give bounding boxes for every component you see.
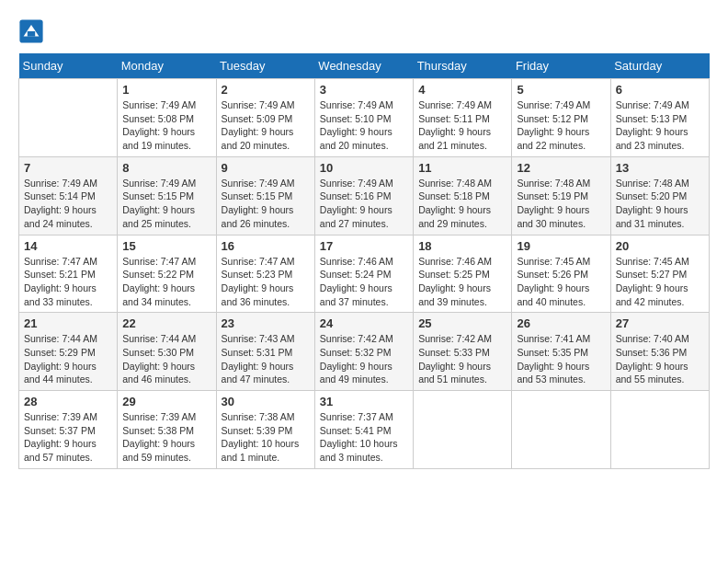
day-info: Sunrise: 7:39 AM Sunset: 5:37 PM Dayligh… [24,410,112,465]
calendar-cell: 17Sunrise: 7:46 AM Sunset: 5:24 PM Dayli… [314,235,413,313]
calendar-cell: 31Sunrise: 7:37 AM Sunset: 5:41 PM Dayli… [314,391,413,469]
calendar-cell: 20Sunrise: 7:45 AM Sunset: 5:27 PM Dayli… [610,235,709,313]
calendar-week-3: 14Sunrise: 7:47 AM Sunset: 5:21 PM Dayli… [19,235,710,313]
day-info: Sunrise: 7:45 AM Sunset: 5:27 PM Dayligh… [616,255,704,309]
day-info: Sunrise: 7:42 AM Sunset: 5:33 PM Dayligh… [418,332,506,386]
day-info: Sunrise: 7:47 AM Sunset: 5:23 PM Dayligh… [222,255,310,309]
day-number: 28 [24,395,112,408]
calendar-week-2: 7Sunrise: 7:49 AM Sunset: 5:14 PM Daylig… [19,156,710,235]
col-header-friday: Friday [512,53,610,79]
day-info: Sunrise: 7:49 AM Sunset: 5:09 PM Dayligh… [222,98,310,153]
day-info: Sunrise: 7:49 AM Sunset: 5:12 PM Dayligh… [517,98,605,153]
day-info: Sunrise: 7:47 AM Sunset: 5:22 PM Dayligh… [122,255,210,309]
day-info: Sunrise: 7:49 AM Sunset: 5:11 PM Dayligh… [418,98,506,153]
col-header-monday: Monday [118,53,216,79]
logo [18,18,48,44]
calendar-cell: 29Sunrise: 7:39 AM Sunset: 5:38 PM Dayli… [118,391,216,469]
calendar-cell: 1Sunrise: 7:49 AM Sunset: 5:08 PM Daylig… [118,79,216,157]
day-number: 4 [418,83,506,97]
col-header-tuesday: Tuesday [216,53,314,79]
day-number: 13 [616,161,704,175]
day-number: 24 [320,316,408,330]
day-number: 11 [418,161,506,175]
day-number: 26 [517,316,605,330]
calendar-cell: 28Sunrise: 7:39 AM Sunset: 5:37 PM Dayli… [19,391,118,469]
calendar-week-1: 1Sunrise: 7:49 AM Sunset: 5:08 PM Daylig… [19,79,710,157]
day-info: Sunrise: 7:42 AM Sunset: 5:32 PM Dayligh… [320,332,408,386]
calendar-cell: 16Sunrise: 7:47 AM Sunset: 5:23 PM Dayli… [216,235,314,313]
day-number: 25 [418,316,506,330]
day-number: 18 [418,239,506,253]
calendar-cell: 21Sunrise: 7:44 AM Sunset: 5:29 PM Dayli… [19,313,118,391]
day-number: 8 [122,161,210,175]
day-number: 7 [24,161,112,175]
day-info: Sunrise: 7:44 AM Sunset: 5:29 PM Dayligh… [24,332,112,386]
calendar-cell: 23Sunrise: 7:43 AM Sunset: 5:31 PM Dayli… [216,313,314,391]
day-number: 19 [517,239,605,253]
day-info: Sunrise: 7:49 AM Sunset: 5:13 PM Dayligh… [616,98,704,153]
day-number: 30 [222,395,310,408]
day-number: 9 [222,161,310,175]
day-number: 20 [616,239,704,253]
calendar-cell: 30Sunrise: 7:38 AM Sunset: 5:39 PM Dayli… [216,391,314,469]
svg-rect-2 [28,31,35,37]
calendar-cell [414,391,512,469]
day-info: Sunrise: 7:39 AM Sunset: 5:38 PM Dayligh… [122,410,210,465]
day-info: Sunrise: 7:41 AM Sunset: 5:35 PM Dayligh… [517,332,605,386]
calendar-cell: 9Sunrise: 7:49 AM Sunset: 5:15 PM Daylig… [216,156,314,235]
calendar-week-4: 21Sunrise: 7:44 AM Sunset: 5:29 PM Dayli… [19,313,710,391]
day-number: 17 [320,239,408,253]
day-number: 10 [320,161,408,175]
col-header-wednesday: Wednesday [314,53,413,79]
day-info: Sunrise: 7:49 AM Sunset: 5:15 PM Dayligh… [122,177,210,231]
day-info: Sunrise: 7:49 AM Sunset: 5:10 PM Dayligh… [320,98,408,153]
calendar-cell: 7Sunrise: 7:49 AM Sunset: 5:14 PM Daylig… [19,156,118,235]
calendar-cell [19,79,118,157]
day-info: Sunrise: 7:49 AM Sunset: 5:16 PM Dayligh… [320,177,408,231]
calendar-cell: 4Sunrise: 7:49 AM Sunset: 5:11 PM Daylig… [414,79,512,157]
day-info: Sunrise: 7:49 AM Sunset: 5:15 PM Dayligh… [222,177,310,231]
day-info: Sunrise: 7:37 AM Sunset: 5:41 PM Dayligh… [320,410,408,465]
logo-icon [18,18,44,44]
calendar-cell: 22Sunrise: 7:44 AM Sunset: 5:30 PM Dayli… [118,313,216,391]
calendar-cell: 5Sunrise: 7:49 AM Sunset: 5:12 PM Daylig… [512,79,610,157]
day-info: Sunrise: 7:46 AM Sunset: 5:25 PM Dayligh… [418,255,506,309]
calendar-cell: 11Sunrise: 7:48 AM Sunset: 5:18 PM Dayli… [414,156,512,235]
day-info: Sunrise: 7:46 AM Sunset: 5:24 PM Dayligh… [320,255,408,309]
calendar-cell: 26Sunrise: 7:41 AM Sunset: 5:35 PM Dayli… [512,313,610,391]
day-info: Sunrise: 7:40 AM Sunset: 5:36 PM Dayligh… [616,332,704,386]
day-number: 5 [517,83,605,97]
day-number: 23 [222,316,310,330]
day-info: Sunrise: 7:49 AM Sunset: 5:08 PM Dayligh… [122,98,210,153]
calendar-cell: 13Sunrise: 7:48 AM Sunset: 5:20 PM Dayli… [610,156,709,235]
col-header-sunday: Sunday [19,53,118,79]
calendar-cell: 15Sunrise: 7:47 AM Sunset: 5:22 PM Dayli… [118,235,216,313]
day-number: 31 [320,395,408,408]
day-info: Sunrise: 7:44 AM Sunset: 5:30 PM Dayligh… [122,332,210,386]
day-number: 27 [616,316,704,330]
day-number: 14 [24,239,112,253]
calendar-cell: 12Sunrise: 7:48 AM Sunset: 5:19 PM Dayli… [512,156,610,235]
day-number: 22 [122,316,210,330]
day-info: Sunrise: 7:38 AM Sunset: 5:39 PM Dayligh… [222,410,310,465]
calendar-cell: 10Sunrise: 7:49 AM Sunset: 5:16 PM Dayli… [314,156,413,235]
day-info: Sunrise: 7:43 AM Sunset: 5:31 PM Dayligh… [222,332,310,386]
day-number: 15 [122,239,210,253]
day-info: Sunrise: 7:49 AM Sunset: 5:14 PM Dayligh… [24,177,112,231]
day-number: 12 [517,161,605,175]
col-header-saturday: Saturday [610,53,709,79]
calendar-cell [512,391,610,469]
day-number: 29 [122,395,210,408]
calendar-cell: 19Sunrise: 7:45 AM Sunset: 5:26 PM Dayli… [512,235,610,313]
calendar-cell: 27Sunrise: 7:40 AM Sunset: 5:36 PM Dayli… [610,313,709,391]
day-number: 21 [24,316,112,330]
day-info: Sunrise: 7:48 AM Sunset: 5:19 PM Dayligh… [517,177,605,231]
calendar-cell: 14Sunrise: 7:47 AM Sunset: 5:21 PM Dayli… [19,235,118,313]
calendar-cell [610,391,709,469]
day-info: Sunrise: 7:48 AM Sunset: 5:18 PM Dayligh… [418,177,506,231]
calendar-table: SundayMondayTuesdayWednesdayThursdayFrid… [18,53,710,469]
day-info: Sunrise: 7:45 AM Sunset: 5:26 PM Dayligh… [517,255,605,309]
calendar-cell: 25Sunrise: 7:42 AM Sunset: 5:33 PM Dayli… [414,313,512,391]
day-number: 16 [222,239,310,253]
calendar-week-5: 28Sunrise: 7:39 AM Sunset: 5:37 PM Dayli… [19,391,710,469]
